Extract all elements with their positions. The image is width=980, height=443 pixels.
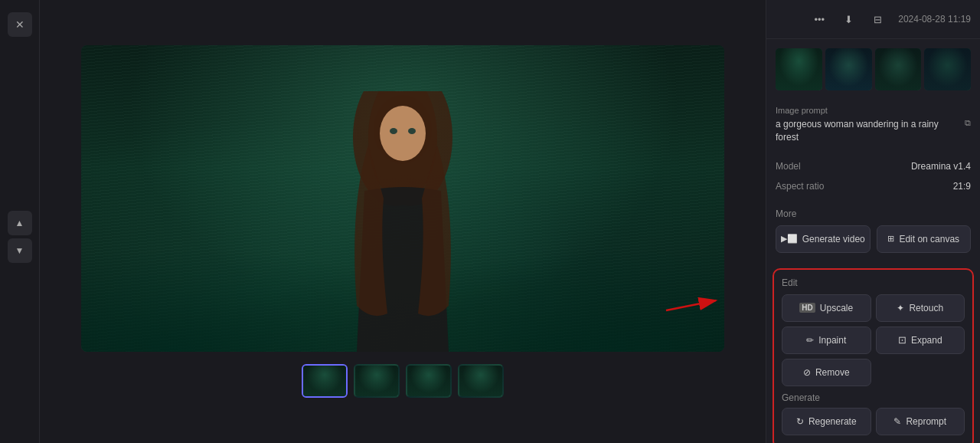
download-icon: ⬇ <box>844 14 853 25</box>
svg-point-3 <box>380 106 426 161</box>
image-area <box>52 9 753 434</box>
svg-point-5 <box>408 128 416 134</box>
variant-2-bg <box>825 48 872 90</box>
remove-button[interactable]: ⊘ Remove <box>782 359 871 386</box>
arrow-up-button[interactable]: ▲ <box>8 211 32 235</box>
bookmark-icon: ⊟ <box>874 14 882 25</box>
retouch-button[interactable]: ✦ Retouch <box>876 294 965 322</box>
timestamp: 2024-08-28 11:19 <box>898 14 971 25</box>
video-icon: ▶⬜ <box>781 234 798 244</box>
edit-on-canvas-button[interactable]: ⊞ Edit on canvas <box>877 225 972 253</box>
arrow-down-icon: ▼ <box>15 245 24 256</box>
right-panel: ••• ⬇ ⊟ 2024-08-28 11:19 Image prompt a … <box>766 0 980 443</box>
model-label: Model <box>776 161 801 172</box>
edit-on-canvas-label: Edit on canvas <box>899 234 959 244</box>
regenerate-label: Regenerate <box>808 416 857 427</box>
prompt-row: a gorgeous woman wandering in a rainy fo… <box>776 118 971 144</box>
thumbnail-3-bg <box>407 366 450 396</box>
thumbnail-4-bg <box>459 366 502 396</box>
nav-arrows: ▲ ▼ <box>8 211 32 263</box>
aspect-ratio-value: 21:9 <box>953 181 971 192</box>
generate-video-button[interactable]: ▶⬜ Generate video <box>776 225 871 253</box>
bookmark-button[interactable]: ⊟ <box>866 8 889 31</box>
canvas-icon: ⊞ <box>887 234 894 244</box>
more-section-title: More <box>776 208 971 219</box>
close-button[interactable]: ✕ <box>8 12 32 37</box>
expand-button[interactable]: ⊡ Expand <box>876 327 965 354</box>
reprompt-icon: ✎ <box>893 416 901 427</box>
remove-icon: ⊘ <box>803 367 811 378</box>
variant-4-bg <box>924 48 971 90</box>
expand-icon: ⊡ <box>898 334 906 346</box>
aspect-ratio-row: Aspect ratio 21:9 <box>766 176 980 196</box>
variant-2[interactable] <box>825 48 872 90</box>
variant-3[interactable] <box>875 48 922 90</box>
more-dots-icon: ••• <box>814 14 825 25</box>
close-icon: ✕ <box>15 18 24 31</box>
inpaint-button[interactable]: ✏ Inpaint <box>782 327 871 354</box>
expand-label: Expand <box>911 335 942 346</box>
remove-row: ⊘ Remove <box>782 359 965 386</box>
more-section: More ▶⬜ Generate video ⊞ Edit on canvas <box>766 202 980 265</box>
regenerate-icon: ↻ <box>796 416 804 427</box>
variants-row <box>766 39 980 100</box>
generate-video-label: Generate video <box>802 234 865 244</box>
retouch-label: Retouch <box>909 303 943 313</box>
edit-grid: HD Upscale ✦ Retouch ✏ Inpaint ⊡ Expand <box>782 294 965 354</box>
thumbnail-strip <box>302 364 504 398</box>
main-content <box>40 0 766 443</box>
more-options-button[interactable]: ••• <box>808 8 831 31</box>
edit-section: Edit HD Upscale ✦ Retouch ✏ Inpaint ⊡ Ex… <box>773 268 974 443</box>
thumbnail-1[interactable] <box>302 364 348 398</box>
more-actions-row: ▶⬜ Generate video ⊞ Edit on canvas <box>776 225 971 253</box>
thumbnail-1-bg <box>303 366 346 396</box>
thumbnail-2-bg <box>355 366 398 396</box>
arrow-up-icon: ▲ <box>15 218 24 228</box>
arrow-down-button[interactable]: ▼ <box>8 238 32 263</box>
download-button[interactable]: ⬇ <box>837 8 860 31</box>
model-value: Dreamina v1.4 <box>911 161 971 172</box>
woman-figure <box>296 91 510 352</box>
svg-point-4 <box>390 128 397 134</box>
image-prompt-section: Image prompt a gorgeous woman wandering … <box>766 100 980 150</box>
retouch-icon: ✦ <box>897 303 904 313</box>
regenerate-button[interactable]: ↻ Regenerate <box>782 408 871 435</box>
variant-3-bg <box>875 48 922 90</box>
right-header: ••• ⬇ ⊟ 2024-08-28 11:19 <box>766 0 980 39</box>
inpaint-label: Inpaint <box>818 335 846 346</box>
model-row: Model Dreamina v1.4 <box>766 156 980 176</box>
reprompt-label: Reprompt <box>906 416 946 427</box>
variant-4[interactable] <box>924 48 971 90</box>
copy-icon[interactable]: ⧉ <box>965 118 971 128</box>
edit-section-title: Edit <box>782 277 965 288</box>
variant-1-bg <box>776 48 822 90</box>
upscale-button[interactable]: HD Upscale <box>782 294 871 322</box>
thumbnail-3[interactable] <box>406 364 452 398</box>
variant-1[interactable] <box>776 48 822 90</box>
hd-icon: HD <box>799 303 815 313</box>
image-prompt-value: a gorgeous woman wandering in a rainy fo… <box>776 118 959 144</box>
generate-grid: ↻ Regenerate ✎ Reprompt <box>782 408 965 435</box>
main-image <box>81 45 724 352</box>
thumbnail-2[interactable] <box>354 364 400 398</box>
upscale-label: Upscale <box>820 303 853 313</box>
inpaint-icon: ✏ <box>806 335 814 346</box>
image-prompt-label: Image prompt <box>776 106 971 115</box>
reprompt-button[interactable]: ✎ Reprompt <box>876 408 965 435</box>
aspect-ratio-label: Aspect ratio <box>776 181 824 192</box>
left-sidebar: ✕ ▲ ▼ <box>0 0 40 443</box>
thumbnail-4[interactable] <box>458 364 504 398</box>
generate-section-title: Generate <box>782 392 965 403</box>
remove-label: Remove <box>815 367 850 378</box>
